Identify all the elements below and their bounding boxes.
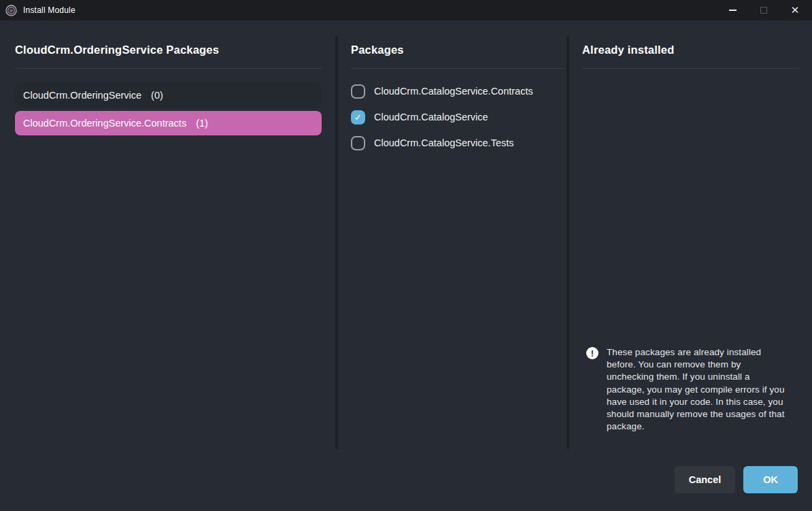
package-label: CloudCrm.CatalogService (374, 112, 488, 122)
column-divider (335, 35, 338, 449)
install-module-window: { "window": { "title": "Install Module",… (0, 0, 812, 511)
checkbox-icon[interactable]: ✓ (351, 84, 365, 99)
modules-column-header: CloudCrm.OrderingService Packages (15, 44, 322, 61)
package-row-catalogservice[interactable]: ✓ CloudCrm.CatalogService (351, 109, 564, 125)
app-logo-icon (5, 5, 17, 16)
window-title: Install Module (23, 5, 75, 15)
modules-column: CloudCrm.OrderingService Packages CloudC… (15, 20, 322, 511)
module-item-label: CloudCrm.OrderingService.Contracts (23, 118, 186, 129)
cancel-button[interactable]: Cancel (675, 466, 736, 493)
header-divider (15, 68, 322, 69)
package-list: ✓ CloudCrm.CatalogService.Contracts ✓ Cl… (351, 83, 564, 151)
package-label: CloudCrm.CatalogService.Contracts (374, 86, 533, 97)
ok-button[interactable]: OK (743, 466, 798, 493)
module-item-count: (0) (151, 90, 163, 101)
module-item-label: CloudCrm.OrderingService (23, 90, 141, 101)
packages-column-header: Packages (351, 44, 564, 61)
checkbox-icon[interactable]: ✓ (351, 110, 365, 125)
package-label: CloudCrm.CatalogService.Tests (374, 137, 514, 148)
installed-note: ! These packages are already installed b… (582, 346, 790, 433)
module-list: CloudCrm.OrderingService (0) CloudCrm.Or… (15, 83, 322, 135)
already-installed-column: Already installed ! These packages are a… (582, 20, 800, 511)
maximize-icon[interactable] (748, 0, 779, 20)
module-item-count: (1) (196, 118, 208, 129)
header-divider (582, 68, 800, 69)
installed-note-text: These packages are already installed bef… (607, 346, 789, 433)
checkbox-icon[interactable]: ✓ (351, 136, 365, 150)
package-row-catalogservice-contracts[interactable]: ✓ CloudCrm.CatalogService.Contracts (351, 83, 564, 99)
module-item-orderingservice[interactable]: CloudCrm.OrderingService (0) (15, 83, 322, 108)
minimize-icon[interactable] (717, 0, 748, 20)
header-divider (351, 68, 564, 69)
exclamation-icon: ! (586, 347, 598, 359)
close-icon[interactable]: ✕ (779, 0, 811, 20)
footer-actions: Cancel OK (675, 466, 798, 493)
already-installed-header: Already installed (582, 44, 800, 61)
titlebar: Install Module ✕ (0, 0, 812, 20)
module-item-orderingservice-contracts[interactable]: CloudCrm.OrderingService.Contracts (1) (15, 111, 322, 135)
column-divider (566, 35, 569, 449)
packages-column: Packages ✓ CloudCrm.CatalogService.Contr… (351, 20, 564, 511)
package-row-catalogservice-tests[interactable]: ✓ CloudCrm.CatalogService.Tests (351, 135, 564, 151)
